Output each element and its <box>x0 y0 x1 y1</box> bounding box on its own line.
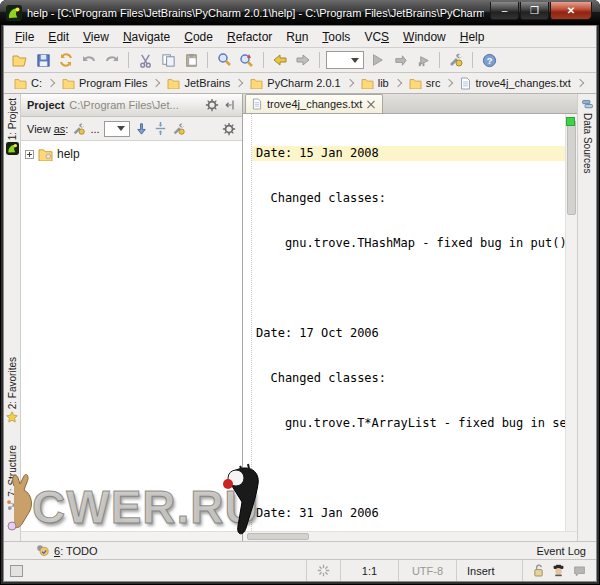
menu-navigate[interactable]: Navigate <box>116 27 177 47</box>
editor-content[interactable]: Date: 15 Jan 2008 Changed classes: gnu.t… <box>252 114 565 531</box>
forward-icon[interactable] <box>293 50 313 70</box>
editor-line[interactable]: Changed classes: <box>252 191 565 206</box>
editor-tab-trove4j-changes[interactable]: trove4j_changes.txt <box>245 94 383 113</box>
breadcrumb-item[interactable]: PyCharm 2.0.1 <box>248 77 342 89</box>
toolwindow-tab-structure[interactable]: 7: Structure <box>6 441 18 515</box>
expand-all-icon[interactable] <box>134 121 149 136</box>
close-button[interactable]: ✕ <box>550 2 592 20</box>
menu-edit[interactable]: Edit <box>41 27 76 47</box>
event-log-button[interactable]: Event Log <box>536 545 586 557</box>
view-as-combo[interactable] <box>104 121 130 137</box>
notification-bubble-icon[interactable] <box>573 565 586 577</box>
main-area: 1: Project 2: Favorites 7: Structure <box>4 94 596 541</box>
file-encoding[interactable]: UTF-8 <box>398 560 456 581</box>
expand-icon[interactable] <box>25 150 34 159</box>
close-tab-icon[interactable] <box>367 100 376 109</box>
copy-icon[interactable] <box>158 50 178 70</box>
minimize-button[interactable]: – <box>490 2 519 20</box>
scrollbar-thumb[interactable] <box>567 120 576 215</box>
undo-icon[interactable] <box>79 50 99 70</box>
inspector-profile-icon[interactable] <box>552 564 565 577</box>
status-bar: 1:1 UTF-8 Insert <box>4 559 596 581</box>
editor-body: Date: 15 Jan 2008 Changed classes: gnu.t… <box>243 114 577 531</box>
editor-zone: trove4j_changes.txt Date: 15 Jan 2008 Ch… <box>243 94 577 541</box>
insert-mode-indicator[interactable]: Insert <box>456 560 522 581</box>
autoscroll-icon[interactable] <box>153 121 168 136</box>
project-panel-title: Project <box>27 99 64 111</box>
breadcrumb-file[interactable]: trove4j_changes.txt <box>458 77 572 90</box>
synchronize-icon[interactable] <box>56 50 76 70</box>
structure-icon <box>6 499 18 511</box>
main-toolbar: ? <box>4 48 596 73</box>
project-tree: help <box>21 141 242 531</box>
background-tasks-icon[interactable] <box>306 560 340 581</box>
scrollbar-thumb[interactable] <box>247 533 309 540</box>
toolwindow-tab-todo[interactable]: 6: TODO <box>54 545 98 557</box>
paste-icon[interactable] <box>181 50 201 70</box>
editor-line[interactable] <box>252 281 565 296</box>
settings-gear-icon[interactable] <box>222 122 236 136</box>
breadcrumb-item[interactable]: lib <box>359 77 391 89</box>
tree-node-help[interactable]: help <box>25 145 238 163</box>
editor-line[interactable]: gnu.trove.THashMap - fixed bug in put() … <box>252 236 565 251</box>
editor-line[interactable]: Date: 17 Oct 2006 <box>252 326 565 341</box>
run-icon[interactable] <box>367 50 387 70</box>
chevron-right-icon <box>47 79 55 87</box>
file-icon <box>252 98 262 110</box>
menu-help[interactable]: Help <box>453 27 492 47</box>
gear-icon[interactable] <box>205 98 219 112</box>
left-toolwindow-bar: 1: Project 2: Favorites 7: Structure <box>4 94 21 541</box>
breadcrumb-item[interactable]: Program Files <box>60 77 149 89</box>
settings-icon[interactable] <box>446 50 466 70</box>
back-icon[interactable] <box>270 50 290 70</box>
hide-panel-icon[interactable] <box>224 99 236 111</box>
editor-line[interactable]: gnu.trove.T*ArrayList - fixed bug in set… <box>252 416 565 431</box>
editor-vertical-scrollbar[interactable] <box>565 114 577 531</box>
debug-icon[interactable] <box>390 50 410 70</box>
menu-tools[interactable]: Tools <box>315 27 357 47</box>
wrench-icon[interactable] <box>172 122 186 136</box>
breadcrumb-item[interactable]: C: <box>12 77 44 89</box>
toolbar-separator <box>128 52 129 68</box>
run-with-coverage-icon[interactable] <box>413 50 433 70</box>
replace-icon[interactable] <box>237 50 257 70</box>
menu-run[interactable]: Run <box>279 27 315 47</box>
toolwindow-tab-data-sources[interactable]: Data Sources <box>581 94 594 178</box>
error-stripe-ok-indicator[interactable] <box>566 117 575 126</box>
editor-line[interactable]: Date: 15 Jan 2008 <box>252 146 565 161</box>
toolwindow-tab-favorites[interactable]: 2: Favorites <box>6 353 18 427</box>
run-configurations-combo[interactable] <box>326 51 364 69</box>
window-title: help - [C:\Program Files\JetBrains\PyCha… <box>27 7 484 19</box>
title-bar[interactable]: help - [C:\Program Files\JetBrains\PyCha… <box>0 0 600 25</box>
breadcrumb-item[interactable]: JetBrains <box>165 77 232 89</box>
menu-file[interactable]: File <box>8 27 41 47</box>
chevron-right-icon <box>235 79 243 87</box>
caret-position[interactable]: 1:1 <box>340 560 398 581</box>
editor-line[interactable]: Changed classes: <box>252 371 565 386</box>
project-horizontal-scrollbar[interactable] <box>21 531 242 541</box>
wrench-icon[interactable] <box>72 122 86 136</box>
menu-window[interactable]: Window <box>396 27 453 47</box>
project-tool-window: Project C:\Program Files\Jet... View as:… <box>21 94 243 541</box>
chevron-right-icon <box>393 79 401 87</box>
editor-line[interactable] <box>252 461 565 476</box>
cut-icon[interactable] <box>135 50 155 70</box>
lock-icon[interactable] <box>533 564 544 577</box>
editor-horizontal-scrollbar[interactable] <box>243 531 577 541</box>
editor-line[interactable]: Date: 31 Jan 2006 <box>252 506 565 521</box>
redo-icon[interactable] <box>102 50 122 70</box>
open-icon[interactable] <box>10 50 30 70</box>
toolwindow-tab-project[interactable]: 1: Project <box>6 94 19 159</box>
breadcrumb-item[interactable]: src <box>407 77 443 89</box>
menu-refactor[interactable]: Refactor <box>220 27 279 47</box>
chevron-right-icon <box>152 79 160 87</box>
chevron-down-icon <box>117 126 125 131</box>
toolwindow-toggle-icon[interactable] <box>10 565 23 577</box>
find-icon[interactable] <box>214 50 234 70</box>
save-icon[interactable] <box>33 50 53 70</box>
maximize-button[interactable]: ❐ <box>520 2 549 20</box>
menu-code[interactable]: Code <box>177 27 220 47</box>
menu-view[interactable]: View <box>76 27 116 47</box>
help-icon[interactable]: ? <box>479 50 499 70</box>
menu-vcs[interactable]: VCS <box>357 27 396 47</box>
